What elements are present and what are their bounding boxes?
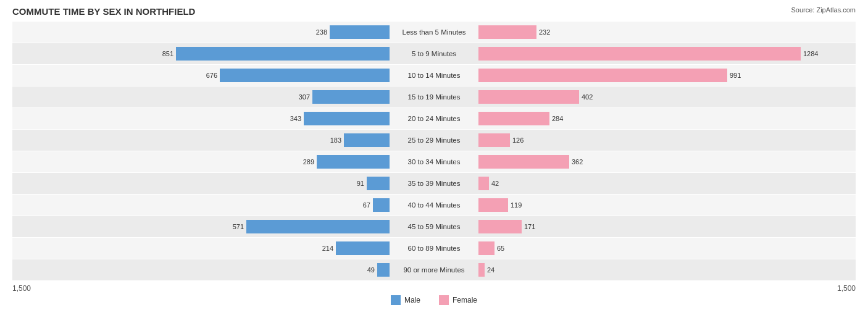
female-bar xyxy=(478,220,522,233)
legend-male-label: Male xyxy=(404,296,420,304)
bar-row: 343 20 to 24 Minutes 284 xyxy=(12,108,856,129)
female-value: 991 xyxy=(730,72,741,79)
female-value: 232 xyxy=(539,28,550,36)
chart-title: COMMUTE TIME BY SEX IN NORTHFIELD xyxy=(12,6,856,17)
left-section: 238 xyxy=(330,22,434,43)
female-bar xyxy=(478,263,485,277)
left-section: 91 xyxy=(367,173,434,194)
bar-row: 676 10 to 14 Minutes 991 xyxy=(12,65,856,86)
male-bar xyxy=(373,198,390,212)
bar-row: 67 40 to 44 Minutes 119 xyxy=(12,195,856,216)
right-section: 232 xyxy=(434,22,536,43)
male-bar xyxy=(176,47,390,61)
female-bar xyxy=(478,241,495,255)
source-label: Source: ZipAtlas.com xyxy=(791,6,856,14)
legend-male: Male xyxy=(391,295,420,305)
female-bar xyxy=(478,47,801,61)
male-value: 343 xyxy=(290,115,301,122)
bar-row: 851 5 to 9 Minutes 1284 xyxy=(12,43,856,64)
bar-row: 238 Less than 5 Minutes 232 xyxy=(12,22,856,43)
male-bar xyxy=(304,112,390,125)
male-bar xyxy=(312,90,390,104)
bar-row: 183 25 to 29 Minutes 126 xyxy=(12,130,856,151)
male-bar xyxy=(367,177,390,190)
legend-female: Female xyxy=(439,295,477,305)
female-value: 362 xyxy=(572,158,583,166)
male-bar xyxy=(344,133,390,147)
female-value: 126 xyxy=(512,136,524,144)
female-bar xyxy=(478,90,579,104)
female-value: 402 xyxy=(582,93,593,101)
male-value: 289 xyxy=(303,158,314,166)
female-bar xyxy=(478,177,489,190)
female-value: 24 xyxy=(487,266,495,274)
female-bar xyxy=(478,198,508,212)
male-value: 49 xyxy=(367,266,375,274)
bar-row: 49 90 or more Minutes 24 xyxy=(12,259,856,280)
female-bar xyxy=(478,25,536,39)
left-section: 571 xyxy=(246,216,434,237)
male-value: 67 xyxy=(363,201,370,209)
male-bar xyxy=(330,25,390,39)
right-section: 362 xyxy=(434,151,569,172)
bar-row: 571 45 to 59 Minutes 171 xyxy=(12,216,856,237)
left-section: 676 xyxy=(220,65,434,86)
male-value: 91 xyxy=(357,180,364,187)
female-bar xyxy=(478,133,510,147)
left-section: 307 xyxy=(312,86,434,107)
left-section: 851 xyxy=(176,43,434,64)
bar-row: 214 60 to 89 Minutes 65 xyxy=(12,238,856,259)
left-section: 67 xyxy=(373,195,434,216)
female-value: 65 xyxy=(497,245,504,252)
left-section: 49 xyxy=(377,259,434,280)
right-section: 65 xyxy=(434,238,495,259)
male-value: 214 xyxy=(322,245,333,252)
axis-left: 1,500 xyxy=(12,284,31,293)
female-value: 119 xyxy=(511,201,522,209)
right-section: 171 xyxy=(434,216,522,237)
right-section: 284 xyxy=(434,108,549,129)
chart-container: COMMUTE TIME BY SEX IN NORTHFIELD Source… xyxy=(0,0,868,323)
axis-right: 1,500 xyxy=(837,284,856,293)
left-section: 183 xyxy=(344,130,434,151)
right-section: 126 xyxy=(434,130,510,151)
left-section: 214 xyxy=(336,238,434,259)
male-value: 183 xyxy=(330,136,341,144)
axis-row: 1,500 1,500 xyxy=(12,284,856,293)
male-bar xyxy=(336,241,390,255)
male-bar xyxy=(317,155,390,169)
right-section: 991 xyxy=(434,65,727,86)
male-value: 851 xyxy=(162,50,173,57)
left-section: 289 xyxy=(317,151,434,172)
right-section: 24 xyxy=(434,259,485,280)
bars-wrapper: 238 Less than 5 Minutes 232 851 5 to 9 M… xyxy=(12,22,856,280)
right-section: 42 xyxy=(434,173,489,194)
female-bar xyxy=(478,155,569,169)
female-value: 42 xyxy=(491,180,499,187)
male-value: 238 xyxy=(316,28,327,36)
male-value: 676 xyxy=(206,72,217,79)
legend: Male Female xyxy=(12,295,856,305)
bar-row: 91 35 to 39 Minutes 42 xyxy=(12,173,856,194)
bar-row: 289 30 to 34 Minutes 362 xyxy=(12,151,856,172)
female-value: 1284 xyxy=(803,50,818,57)
right-section: 1284 xyxy=(434,43,801,64)
left-section: 343 xyxy=(304,108,434,129)
female-bar xyxy=(478,112,549,125)
bar-row: 307 15 to 19 Minutes 402 xyxy=(12,86,856,107)
female-value: 171 xyxy=(524,223,535,230)
male-bar xyxy=(220,69,390,82)
female-value: 284 xyxy=(552,115,563,122)
legend-female-box xyxy=(439,295,449,305)
legend-female-label: Female xyxy=(453,296,477,304)
male-value: 307 xyxy=(299,93,310,101)
male-bar xyxy=(246,220,390,233)
right-section: 119 xyxy=(434,195,508,216)
male-bar xyxy=(377,263,390,277)
female-bar xyxy=(478,69,727,82)
legend-male-box xyxy=(391,295,401,305)
right-section: 402 xyxy=(434,86,579,107)
male-value: 571 xyxy=(233,223,244,230)
